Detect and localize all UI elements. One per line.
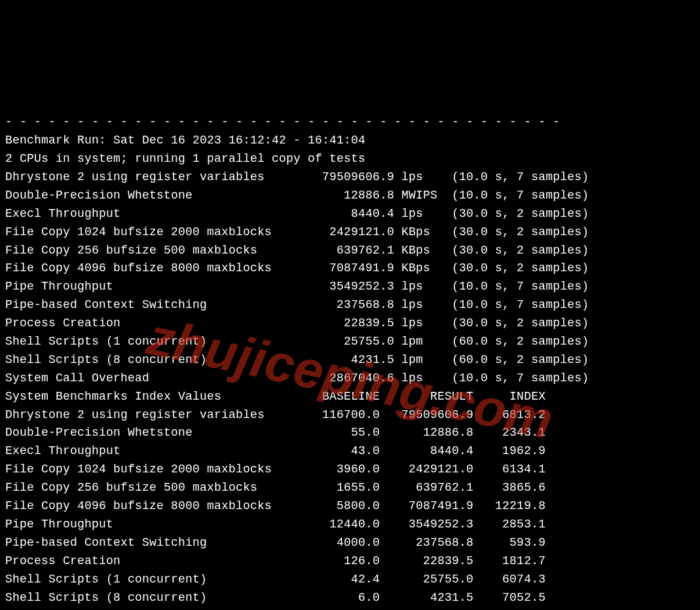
terminal-output: - - - - - - - - - - - - - - - - - - - - …	[5, 113, 695, 610]
index-row: Pipe Throughput 12440.0 3549252.3 2853.1	[5, 516, 695, 534]
cpu-info-line: 2 CPUs in system; running 1 parallel cop…	[5, 150, 695, 168]
benchmark-run-line: Benchmark Run: Sat Dec 16 2023 16:12:42 …	[5, 132, 695, 150]
test-result-row: System Call Overhead 2867040.6 lps (10.0…	[5, 370, 695, 388]
test-result-row: Execl Throughput 8440.4 lps (30.0 s, 2 s…	[5, 205, 695, 223]
test-result-row: File Copy 256 bufsize 500 maxblocks 6397…	[5, 242, 695, 260]
index-row: Shell Scripts (1 concurrent) 42.4 25755.…	[5, 571, 695, 589]
test-result-row: Process Creation 22839.5 lps (30.0 s, 2 …	[5, 315, 695, 333]
test-result-row: Shell Scripts (1 concurrent) 25755.0 lpm…	[5, 333, 695, 351]
index-row: Pipe-based Context Switching 4000.0 2375…	[5, 534, 695, 552]
test-result-row: Pipe Throughput 3549252.3 lps (10.0 s, 7…	[5, 278, 695, 296]
test-result-row: File Copy 1024 bufsize 2000 maxblocks 24…	[5, 223, 695, 242]
separator-dashes: - - - - - - - - - - - - - - - - - - - - …	[5, 113, 695, 132]
test-result-row: Pipe-based Context Switching 237568.8 lp…	[5, 296, 695, 315]
index-row: Process Creation 126.0 22839.5 1812.7	[5, 552, 695, 571]
index-row: Double-Precision Whetstone 55.0 12886.8 …	[5, 424, 695, 442]
index-row: Dhrystone 2 using register variables 116…	[5, 406, 695, 425]
index-row: Execl Throughput 43.0 8440.4 1962.9	[5, 442, 695, 461]
index-row: System Call Overhead 15000.0 2867040.6 1…	[5, 607, 695, 610]
test-result-row: Dhrystone 2 using register variables 795…	[5, 168, 695, 187]
test-result-row: File Copy 4096 bufsize 8000 maxblocks 70…	[5, 259, 695, 278]
test-result-row: Double-Precision Whetstone 12886.8 MWIPS…	[5, 187, 695, 205]
index-row: File Copy 4096 bufsize 8000 maxblocks 58…	[5, 497, 695, 516]
index-row: File Copy 256 bufsize 500 maxblocks 1655…	[5, 479, 695, 497]
index-row: File Copy 1024 bufsize 2000 maxblocks 39…	[5, 461, 695, 479]
test-result-row: Shell Scripts (8 concurrent) 4231.5 lpm …	[5, 351, 695, 370]
index-row: Shell Scripts (8 concurrent) 6.0 4231.5 …	[5, 589, 695, 607]
index-header-row: System Benchmarks Index Values BASELINE …	[5, 388, 695, 406]
